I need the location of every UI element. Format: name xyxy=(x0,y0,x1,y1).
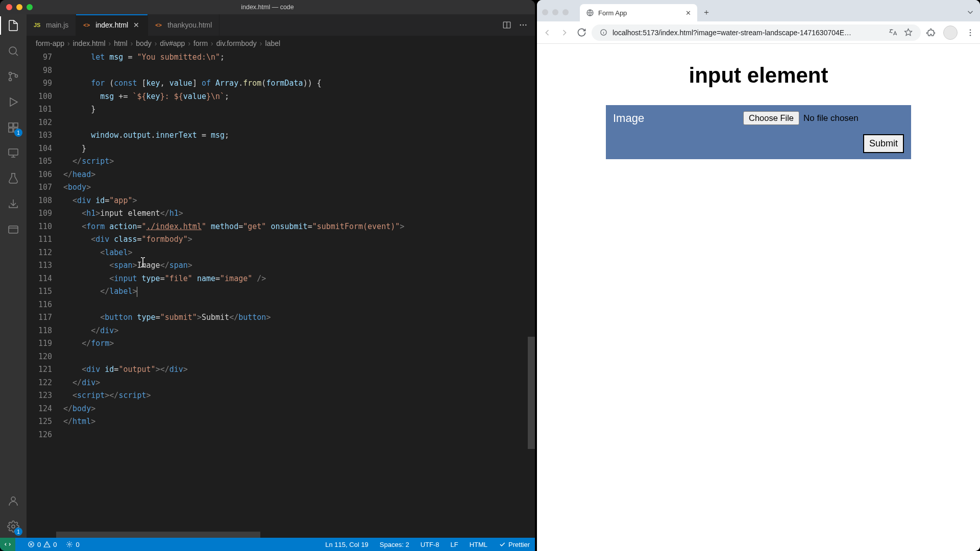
profile-avatar[interactable] xyxy=(943,26,958,40)
svg-point-17 xyxy=(69,543,71,545)
svg-point-13 xyxy=(520,24,521,26)
page-heading: input element xyxy=(553,63,964,88)
run-debug-icon[interactable] xyxy=(6,95,20,109)
remote-indicator[interactable] xyxy=(0,538,15,551)
url-text: localhost:5173/index.html?image=water-st… xyxy=(612,29,851,37)
svg-point-20 xyxy=(970,29,971,31)
file-status-text: No file chosen xyxy=(803,113,859,123)
svg-point-3 xyxy=(15,75,18,78)
window-title: index.html — code xyxy=(241,4,294,11)
editor-tab[interactable]: <>index.html✕ xyxy=(76,14,148,36)
explorer-icon[interactable] xyxy=(6,18,20,33)
titlebar: index.html — code xyxy=(0,0,535,14)
more-actions-icon[interactable] xyxy=(519,20,528,30)
minimize-window-icon[interactable] xyxy=(552,9,558,15)
status-encoding[interactable]: UTF-8 xyxy=(421,541,439,548)
close-window-icon[interactable] xyxy=(542,9,548,15)
status-ports[interactable]: 0 xyxy=(66,541,79,548)
back-button-icon[interactable] xyxy=(542,28,552,38)
html-file-icon: <> xyxy=(155,21,163,29)
scrollbar-thumb[interactable] xyxy=(528,337,535,449)
settings-badge: 1 xyxy=(14,528,22,536)
new-tab-button[interactable]: ＋ xyxy=(699,5,714,19)
status-eol[interactable]: LF xyxy=(451,541,458,548)
remote-explorer-icon[interactable] xyxy=(6,146,20,160)
testing-icon[interactable] xyxy=(6,171,20,186)
breadcrumb-segment[interactable]: form xyxy=(193,39,208,47)
close-window-icon[interactable] xyxy=(6,4,12,10)
breadcrumb-segment[interactable]: body xyxy=(136,39,151,47)
browser-window-controls xyxy=(542,9,569,15)
choose-file-button[interactable]: Choose File xyxy=(743,111,799,125)
editor-tab[interactable]: <>thankyou.html xyxy=(148,14,219,36)
breadcrumb-segment[interactable]: div.formbody xyxy=(216,39,257,47)
editor-tabs: JSmain.js<>index.html✕<>thankyou.html xyxy=(27,14,535,36)
breadcrumb-segment[interactable]: label xyxy=(265,39,281,47)
svg-point-2 xyxy=(9,79,12,81)
close-tab-icon[interactable]: ✕ xyxy=(685,9,691,17)
horizontal-scrollbar[interactable] xyxy=(27,532,535,538)
search-icon[interactable] xyxy=(6,44,20,58)
browser-window: Form App ✕ ＋ localhost:5173/index.html?i… xyxy=(537,0,980,551)
status-language[interactable]: HTML xyxy=(470,541,487,548)
source-control-icon[interactable] xyxy=(6,69,20,84)
close-tab-icon[interactable]: ✕ xyxy=(132,21,140,29)
svg-point-21 xyxy=(970,32,971,33)
svg-point-11 xyxy=(12,525,15,528)
status-bar: 0 0 0 Ln 115, Col 19 Spaces: 2 UTF-8 LF … xyxy=(0,538,535,551)
svg-rect-8 xyxy=(9,149,18,155)
svg-point-14 xyxy=(523,24,524,26)
breadcrumb-segment[interactable]: div#app xyxy=(160,39,185,47)
breadcrumb-segment[interactable]: form-app xyxy=(36,39,64,47)
svg-point-0 xyxy=(9,47,16,54)
translate-icon[interactable] xyxy=(889,28,897,37)
address-bar[interactable]: localhost:5173/index.html?image=water-st… xyxy=(592,24,921,41)
minimize-window-icon[interactable] xyxy=(16,4,22,10)
maximize-window-icon[interactable] xyxy=(562,9,569,15)
activity-bar: 1 xyxy=(0,14,27,538)
settings-gear-icon[interactable]: 1 xyxy=(6,519,20,534)
breadcrumb[interactable]: form-app›index.html›html›body›div#app›fo… xyxy=(27,36,535,51)
js-file-icon: JS xyxy=(34,21,42,29)
svg-rect-9 xyxy=(9,226,18,233)
svg-point-15 xyxy=(525,24,526,26)
status-indent[interactable]: Spaces: 2 xyxy=(380,541,409,548)
browser-toolbar: localhost:5173/index.html?image=water-st… xyxy=(537,21,980,44)
svg-rect-7 xyxy=(14,123,18,127)
accounts-icon[interactable] xyxy=(6,494,20,508)
tabs-dropdown-icon[interactable] xyxy=(966,8,975,17)
extensions-puzzle-icon[interactable] xyxy=(926,28,935,37)
browser-tab-title: Form App xyxy=(598,9,627,17)
tab-label: main.js xyxy=(46,21,68,29)
submit-button[interactable]: Submit xyxy=(863,134,904,153)
browser-menu-icon[interactable] xyxy=(966,28,975,37)
browser-tab[interactable]: Form App ✕ xyxy=(580,4,697,21)
project-icon[interactable] xyxy=(6,222,20,237)
forward-button-icon[interactable] xyxy=(559,28,570,38)
page-content: input element Image Choose File No file … xyxy=(537,44,980,551)
breadcrumb-segment[interactable]: index.html xyxy=(73,39,106,47)
bookmark-star-icon[interactable] xyxy=(904,28,913,37)
status-formatter[interactable]: Prettier xyxy=(499,541,530,548)
extensions-icon[interactable]: 1 xyxy=(6,120,20,135)
maximize-window-icon[interactable] xyxy=(27,4,33,10)
status-cursor[interactable]: Ln 115, Col 19 xyxy=(325,541,369,548)
code-editor[interactable]: 9798991001011021031041051061071081091101… xyxy=(27,51,535,532)
form-body: Image Choose File No file chosen Submit xyxy=(606,105,911,159)
vscode-window: index.html — code xyxy=(0,0,535,551)
split-editor-icon[interactable] xyxy=(502,20,511,30)
reload-button-icon[interactable] xyxy=(577,28,586,38)
browser-tab-strip: Form App ✕ ＋ xyxy=(537,0,980,21)
breadcrumb-segment[interactable]: html xyxy=(114,39,127,47)
file-input[interactable]: Choose File No file chosen xyxy=(743,111,859,125)
status-problems[interactable]: 0 0 xyxy=(28,541,57,548)
tab-label: thankyou.html xyxy=(167,21,212,29)
svg-point-1 xyxy=(9,72,12,75)
site-info-icon[interactable] xyxy=(600,29,607,36)
editor-tab[interactable]: JSmain.js xyxy=(27,14,76,36)
html-file-icon: <> xyxy=(83,21,91,29)
live-share-icon[interactable] xyxy=(6,197,20,211)
tab-label: index.html xyxy=(95,21,128,29)
extensions-badge: 1 xyxy=(14,129,22,137)
form-label: Image xyxy=(613,112,743,125)
